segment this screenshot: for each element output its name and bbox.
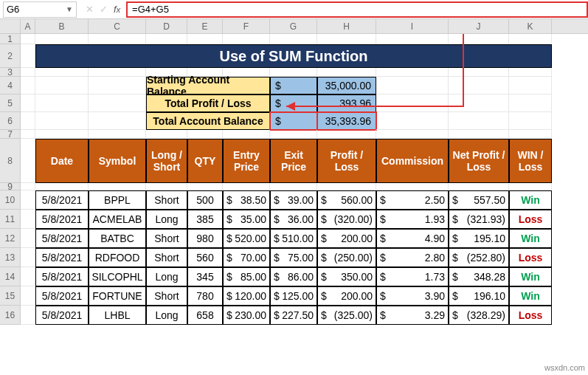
cell-symbol[interactable]: LHBL <box>89 306 146 325</box>
cell-qty[interactable]: 658 <box>187 306 223 325</box>
cell-qty[interactable]: 560 <box>187 248 223 267</box>
cell-exit[interactable]: $227.50 <box>270 306 317 325</box>
cell-winloss[interactable]: Loss <box>509 248 552 267</box>
col-header[interactable]: C <box>89 19 146 33</box>
cell-commission[interactable]: $1.73 <box>376 267 449 286</box>
cell-winloss[interactable]: Loss <box>509 210 552 229</box>
col-header[interactable]: A <box>21 19 35 33</box>
cell-exit[interactable]: $36.00 <box>270 210 317 229</box>
cell-qty[interactable]: 385 <box>187 210 223 229</box>
formula-input[interactable]: =G4+G5 <box>126 1 588 18</box>
cell-winloss[interactable]: Win <box>509 190 552 210</box>
cell-qty[interactable]: 500 <box>187 190 223 210</box>
row-header[interactable]: 1 <box>0 34 21 44</box>
cell-entry[interactable]: $230.00 <box>223 306 270 325</box>
cell-winloss[interactable]: Loss <box>509 306 552 325</box>
cancel-icon[interactable]: ✕ <box>86 4 94 15</box>
cell-net[interactable]: $195.10 <box>449 229 509 248</box>
cell-pl[interactable]: $(250.00) <box>317 248 376 267</box>
cell-symbol[interactable]: BATBC <box>89 229 146 248</box>
row-header[interactable]: 5 <box>0 94 21 112</box>
row-header[interactable]: 11 <box>0 210 21 229</box>
cell-longshort[interactable]: Short <box>146 286 187 306</box>
cell-net[interactable]: $196.10 <box>449 286 509 306</box>
table-row[interactable]: 5/8/2021SILCOPHLLong345$85.00$86.00$350.… <box>21 267 588 286</box>
cell-net[interactable]: $(252.80) <box>449 248 509 267</box>
cell-winloss[interactable]: Win <box>509 267 552 286</box>
cell-date[interactable]: 5/8/2021 <box>35 306 89 325</box>
col-header[interactable]: G <box>270 19 317 33</box>
cell-net[interactable]: $(321.93) <box>449 210 509 229</box>
grid[interactable]: Use of SUM Function Starting Account Bal… <box>21 34 588 325</box>
cell-symbol[interactable]: BPPL <box>89 190 146 210</box>
cell-commission[interactable]: $1.93 <box>376 210 449 229</box>
col-header[interactable]: B <box>35 19 89 33</box>
cell-symbol[interactable]: ACMELAB <box>89 210 146 229</box>
row-header[interactable]: 15 <box>0 286 21 306</box>
cell-longshort[interactable]: Long <box>146 306 187 325</box>
table-row[interactable]: 5/8/2021LHBLLong658$230.00$227.50$(325.0… <box>21 306 588 325</box>
cell-longshort[interactable]: Short <box>146 190 187 210</box>
cell-pl[interactable]: $(325.00) <box>317 306 376 325</box>
cell-date[interactable]: 5/8/2021 <box>35 248 89 267</box>
cell-commission[interactable]: $3.29 <box>376 306 449 325</box>
cell-winloss[interactable]: Win <box>509 229 552 248</box>
cell-exit[interactable]: $86.00 <box>270 267 317 286</box>
cell-exit[interactable]: $125.00 <box>270 286 317 306</box>
name-box[interactable]: G6 ▼ <box>3 1 77 18</box>
cell-longshort[interactable]: Long <box>146 267 187 286</box>
col-header[interactable]: K <box>509 19 552 33</box>
cell-date[interactable]: 5/8/2021 <box>35 190 89 210</box>
cell-entry[interactable]: $85.00 <box>223 267 270 286</box>
cell-date[interactable]: 5/8/2021 <box>35 267 89 286</box>
cell-entry[interactable]: $520.00 <box>223 229 270 248</box>
table-row[interactable]: 5/8/2021FORTUNEShort780$120.00$125.00$20… <box>21 286 588 306</box>
col-header[interactable]: D <box>146 19 187 33</box>
row-header[interactable]: 14 <box>0 267 21 286</box>
table-row[interactable]: 5/8/2021BPPLShort500$38.50$39.00$560.00$… <box>21 190 588 210</box>
table-row[interactable]: 5/8/2021BATBCShort980$520.00$510.00$200.… <box>21 229 588 248</box>
cell-commission[interactable]: $2.50 <box>376 190 449 210</box>
col-header[interactable]: I <box>376 19 449 33</box>
cell-pl[interactable]: $350.00 <box>317 267 376 286</box>
col-header[interactable]: F <box>223 19 270 33</box>
cell-qty[interactable]: 980 <box>187 229 223 248</box>
row-header[interactable]: 9 <box>0 183 21 190</box>
cell-net[interactable]: $(328.29) <box>449 306 509 325</box>
cell-exit[interactable]: $39.00 <box>270 190 317 210</box>
row-header[interactable]: 3 <box>0 68 21 77</box>
row-header[interactable]: 10 <box>0 190 21 210</box>
cell-longshort[interactable]: Long <box>146 210 187 229</box>
row-header[interactable]: 6 <box>0 112 21 130</box>
cell-exit[interactable]: $510.00 <box>270 229 317 248</box>
cell-symbol[interactable]: FORTUNE <box>89 286 146 306</box>
cell-commission[interactable]: $4.90 <box>376 229 449 248</box>
cell-qty[interactable]: 780 <box>187 286 223 306</box>
cell-pl[interactable]: $560.00 <box>317 190 376 210</box>
table-row[interactable]: 5/8/2021ACMELABLong385$35.00$36.00$(320.… <box>21 210 588 229</box>
cell-date[interactable]: 5/8/2021 <box>35 229 89 248</box>
fx-icon[interactable]: fx <box>114 4 120 15</box>
cell-entry[interactable]: $70.00 <box>223 248 270 267</box>
cell-qty[interactable]: 345 <box>187 267 223 286</box>
cell-winloss[interactable]: Win <box>509 286 552 306</box>
cell-longshort[interactable]: Short <box>146 248 187 267</box>
cell-exit[interactable]: $75.00 <box>270 248 317 267</box>
confirm-icon[interactable]: ✓ <box>100 4 108 15</box>
col-header[interactable]: J <box>449 19 509 33</box>
cell-date[interactable]: 5/8/2021 <box>35 286 89 306</box>
cell-pl[interactable]: $200.00 <box>317 286 376 306</box>
col-header[interactable]: E <box>187 19 223 33</box>
row-header[interactable]: 12 <box>0 229 21 248</box>
cell-pl[interactable]: $(320.00) <box>317 210 376 229</box>
row-header[interactable]: 2 <box>0 44 21 68</box>
cell-longshort[interactable]: Short <box>146 229 187 248</box>
row-header[interactable]: 16 <box>0 306 21 325</box>
cell-date[interactable]: 5/8/2021 <box>35 210 89 229</box>
row-header[interactable]: 7 <box>0 130 21 139</box>
table-row[interactable]: 5/8/2021RDFOODShort560$70.00$75.00$(250.… <box>21 248 588 267</box>
cell-symbol[interactable]: SILCOPHL <box>89 267 146 286</box>
cell-net[interactable]: $348.28 <box>449 267 509 286</box>
select-all-corner[interactable] <box>0 19 21 33</box>
row-header[interactable]: 4 <box>0 77 21 94</box>
